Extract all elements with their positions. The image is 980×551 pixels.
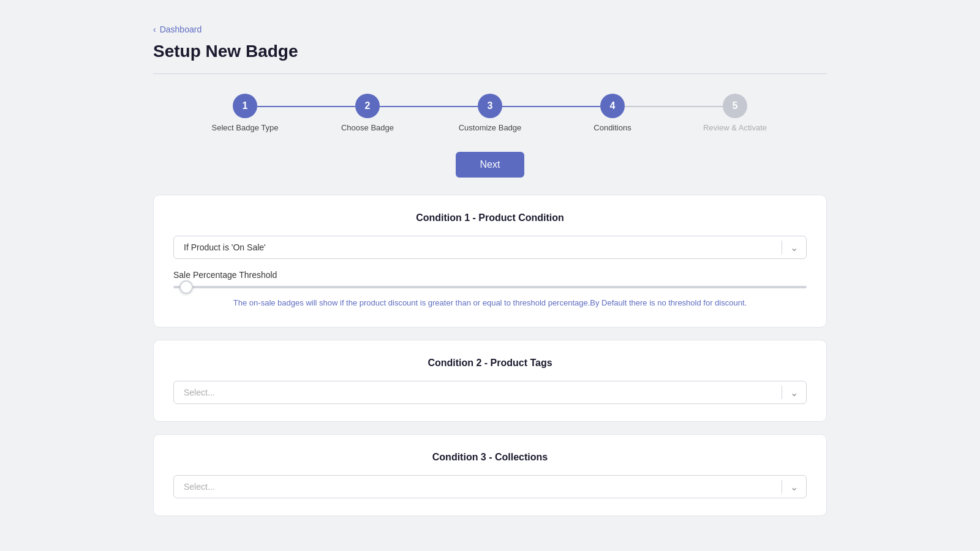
condition-2-dropdown[interactable]: Select... [173, 381, 807, 404]
step-5-label: Review & Activate [703, 123, 767, 132]
page-title: Setup New Badge [153, 42, 827, 61]
slider-thumb[interactable] [179, 280, 193, 294]
next-btn-container: Next [153, 152, 827, 178]
page-container: ‹ Dashboard Setup New Badge 1 Select Bad… [0, 0, 980, 551]
slider-track [173, 286, 807, 288]
step-3-label: Customize Badge [459, 123, 522, 132]
breadcrumb[interactable]: ‹ Dashboard [153, 24, 827, 34]
condition-1-dropdown[interactable]: If Product is 'On Sale' [173, 236, 807, 259]
condition-2-title: Condition 2 - Product Tags [173, 358, 807, 369]
select-3-divider [782, 480, 782, 493]
condition-3-select-wrapper: Select... ⌄ [173, 475, 807, 498]
step-4-connector [625, 106, 723, 107]
step-1-connector [257, 106, 355, 107]
slider-label: Sale Percentage Threshold [173, 270, 807, 280]
step-1-label: Select Badge Type [212, 123, 279, 132]
step-2-label: Choose Badge [341, 123, 394, 132]
step-2-circle: 2 [355, 94, 380, 118]
step-5-circle: 5 [723, 94, 747, 118]
condition-3-title: Condition 3 - Collections [173, 452, 807, 463]
condition-1-title: Condition 1 - Product Condition [173, 212, 807, 223]
next-button[interactable]: Next [456, 152, 525, 178]
step-1-circle: 1 [233, 94, 257, 118]
step-2-connector [380, 106, 478, 107]
slider-container [173, 286, 807, 288]
step-2: 2 Choose Badge [306, 94, 429, 132]
step-3-circle: 3 [478, 94, 502, 118]
step-3-connector [502, 106, 600, 107]
step-4: 4 Conditions [551, 94, 674, 132]
title-divider [153, 73, 827, 74]
condition-3-card: Condition 3 - Collections Select... ⌄ [153, 434, 827, 516]
condition-3-dropdown[interactable]: Select... [173, 475, 807, 498]
select-1-divider [782, 241, 782, 254]
condition-1-card: Condition 1 - Product Condition If Produ… [153, 195, 827, 328]
step-1: 1 Select Badge Type [184, 94, 306, 132]
step-4-label: Conditions [594, 123, 631, 132]
step-4-circle: 4 [600, 94, 625, 118]
breadcrumb-label: Dashboard [160, 24, 202, 34]
step-5: 5 Review & Activate [674, 94, 796, 132]
stepper: 1 Select Badge Type 2 Choose Badge 3 Cus… [153, 94, 827, 132]
slider-hint: The on-sale badges will show if the prod… [173, 297, 807, 310]
condition-2-select-wrapper: Select... ⌄ [173, 381, 807, 404]
condition-2-card: Condition 2 - Product Tags Select... ⌄ [153, 340, 827, 422]
condition-1-select-wrapper: If Product is 'On Sale' ⌄ [173, 236, 807, 259]
step-3: 3 Customize Badge [429, 94, 551, 132]
select-2-divider [782, 386, 782, 399]
breadcrumb-arrow: ‹ [153, 24, 156, 34]
